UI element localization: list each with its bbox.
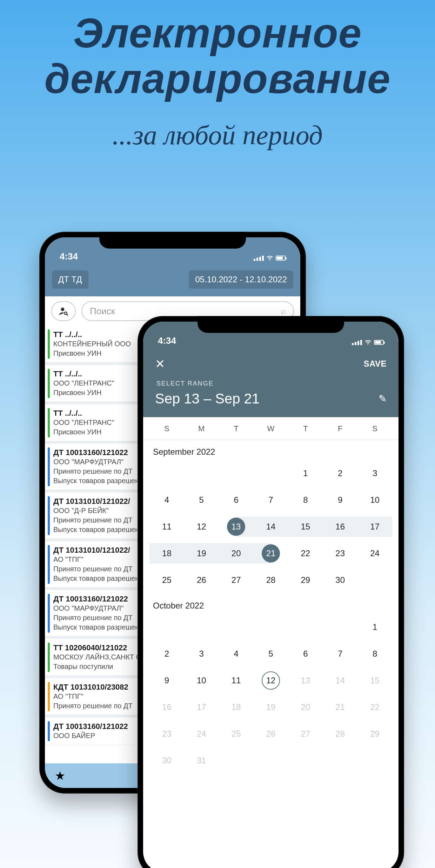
date-range-chip[interactable]: 05.10.2022 - 12.10.2022	[189, 270, 293, 289]
save-button[interactable]: SAVE	[363, 359, 387, 369]
calendar-day[interactable]: 1	[357, 617, 392, 637]
select-range-label: SELECT RANGE	[156, 380, 387, 387]
calendar-day[interactable]: 11	[149, 517, 184, 537]
calendar-day[interactable]: 23	[323, 543, 357, 564]
calendar-day[interactable]: 28	[323, 724, 357, 744]
filter-button[interactable]	[51, 301, 76, 321]
weekday-cell: M	[184, 424, 219, 433]
calendar-day[interactable]: 21	[254, 543, 288, 564]
calendar-day[interactable]: 23	[149, 724, 184, 744]
calendar-day[interactable]: 2	[149, 644, 184, 664]
calendar-day[interactable]: 17	[184, 697, 219, 717]
calendar-day[interactable]: 6	[219, 490, 254, 510]
calendar-day[interactable]: 5	[184, 490, 219, 510]
svg-point-2	[65, 312, 67, 315]
calendar-day[interactable]: 13	[219, 517, 254, 537]
calendar-day[interactable]: 8	[357, 644, 392, 664]
calendar-day[interactable]: 7	[323, 644, 357, 664]
calendar-day[interactable]: 30	[149, 750, 184, 771]
svg-point-4	[368, 344, 368, 345]
status-stripe	[48, 545, 50, 584]
calendar-day[interactable]: 22	[288, 543, 323, 564]
calendar-day[interactable]: 30	[323, 570, 357, 590]
calendar-day[interactable]: 4	[219, 644, 254, 664]
calendar-day[interactable]: 26	[254, 724, 288, 744]
calendar-day[interactable]: 16	[149, 697, 184, 717]
favorites-tab[interactable]: ★	[55, 769, 65, 783]
svg-line-3	[67, 314, 68, 315]
calendar-day[interactable]: 25	[219, 724, 254, 744]
calendar-day[interactable]: 7	[254, 490, 288, 510]
svg-point-1	[61, 308, 65, 311]
calendar-day[interactable]: 25	[149, 570, 184, 590]
status-time: 4:34	[158, 335, 176, 346]
calendar-day[interactable]: 28	[254, 570, 288, 590]
month-label-oct: October 2022	[143, 594, 399, 613]
calendar-day[interactable]: 12	[254, 670, 288, 691]
status-stripe	[48, 447, 50, 486]
weekday-cell: T	[219, 424, 254, 433]
calendar-day[interactable]: 15	[288, 517, 323, 537]
calendar-day[interactable]: 29	[288, 570, 323, 590]
calendar-day[interactable]: 26	[184, 570, 219, 590]
person-search-icon	[58, 306, 69, 316]
calendar-day[interactable]: 6	[288, 644, 323, 664]
calendar-day[interactable]: 18	[149, 543, 184, 564]
calendar-day[interactable]: 11	[219, 670, 254, 691]
calendar-day[interactable]: 14	[323, 670, 357, 691]
calendar-day[interactable]: 9	[323, 490, 357, 510]
calendar-day[interactable]: 10	[184, 670, 219, 691]
top-bar: ДТ ТД 05.10.2022 - 12.10.2022	[45, 265, 300, 296]
calendar-day[interactable]: 24	[357, 543, 392, 564]
battery-icon	[276, 256, 286, 261]
status-stripe	[48, 329, 50, 359]
close-button[interactable]: ✕	[155, 357, 165, 371]
cellular-signal-icon	[254, 256, 264, 261]
wifi-icon	[266, 254, 274, 262]
calendar-day[interactable]: 29	[357, 724, 392, 744]
calendar-day[interactable]: 10	[357, 490, 392, 510]
calendar-day[interactable]: 15	[357, 670, 392, 691]
calendar-day[interactable]: 9	[149, 670, 184, 691]
calendar-day[interactable]: 16	[323, 517, 357, 537]
svg-point-0	[269, 260, 270, 261]
status-bar: 4:34	[143, 322, 399, 350]
calendar-day[interactable]: 18	[219, 697, 254, 717]
calendar-day[interactable]: 22	[357, 697, 392, 717]
status-bar: 4:34	[45, 237, 300, 265]
calendar-day[interactable]: 13	[288, 670, 323, 691]
calendar-day[interactable]: 24	[184, 724, 219, 744]
battery-icon	[374, 340, 384, 345]
status-stripe	[48, 408, 50, 438]
calendar-day[interactable]: 8	[288, 490, 323, 510]
calendar-day[interactable]: 20	[219, 543, 254, 564]
status-stripe	[48, 643, 50, 672]
calendar-day[interactable]: 3	[357, 463, 392, 484]
calendar-day[interactable]: 19	[184, 543, 219, 564]
calendar-day[interactable]: 27	[288, 724, 323, 744]
weekday-cell: S	[357, 424, 392, 433]
calendar-day[interactable]: 4	[149, 490, 184, 510]
selected-range: Sep 13 – Sep 21	[155, 391, 260, 407]
calendar-day[interactable]: 20	[288, 697, 323, 717]
status-stripe	[48, 594, 50, 633]
search-icon: ⌕	[281, 306, 286, 316]
calendar-day[interactable]: 19	[254, 697, 288, 717]
calendar-day[interactable]: 14	[254, 517, 288, 537]
calendar-day[interactable]: 21	[323, 697, 357, 717]
status-time: 4:34	[60, 251, 78, 262]
calendar-day[interactable]: 1	[288, 463, 323, 484]
edit-icon[interactable]: ✎	[379, 393, 387, 405]
calendar-day[interactable]: 31	[184, 750, 219, 771]
status-stripe	[48, 682, 50, 711]
search-placeholder: Поиск	[90, 306, 115, 317]
calendar-day[interactable]: 3	[184, 644, 219, 664]
range-picker-header: ✕ SAVE SELECT RANGE Sep 13 – Sep 21 ✎	[143, 350, 399, 417]
calendar-day[interactable]: 27	[219, 570, 254, 590]
type-chip[interactable]: ДТ ТД	[52, 270, 88, 289]
calendar-day[interactable]: 12	[184, 517, 219, 537]
month-label-sep: September 2022	[143, 440, 399, 460]
calendar-day[interactable]: 17	[357, 517, 392, 537]
calendar-day[interactable]: 5	[254, 644, 288, 664]
calendar-day[interactable]: 2	[323, 463, 357, 484]
